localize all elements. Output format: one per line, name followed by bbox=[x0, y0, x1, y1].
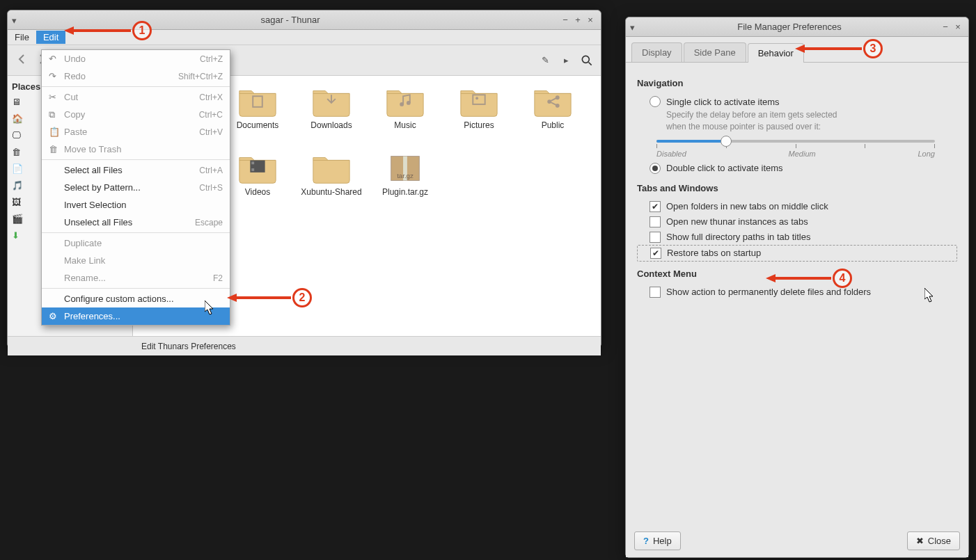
down-icon: ⬇ bbox=[12, 230, 24, 243]
menu-item-icon: ✂ bbox=[49, 92, 60, 102]
annotation-arrow-1 bbox=[64, 26, 131, 35]
annotation-4: 4 bbox=[833, 269, 852, 288]
menu-item-icon: ↷ bbox=[49, 71, 60, 81]
path-dropdown-icon[interactable]: ▸ bbox=[558, 52, 574, 69]
annotation-1: 1 bbox=[132, 21, 152, 40]
tab-display[interactable]: Display bbox=[631, 42, 682, 62]
prefs-footer: ? Help ✖ Close bbox=[626, 525, 968, 557]
folder-documents[interactable]: Documents bbox=[221, 81, 294, 148]
annotation-3: 3 bbox=[863, 39, 883, 58]
menu-item-duplicate: Duplicate bbox=[42, 234, 230, 252]
annotation-arrow-2 bbox=[227, 293, 291, 303]
svg-point-3 bbox=[400, 102, 404, 106]
help-button[interactable]: ? Help bbox=[634, 531, 681, 550]
video-icon: 🎬 bbox=[12, 214, 24, 226]
slider-thumb[interactable] bbox=[721, 136, 732, 147]
tab-sidepane[interactable]: Side Pane bbox=[684, 42, 746, 62]
svg-point-0 bbox=[582, 56, 589, 63]
svg-point-6 bbox=[475, 97, 478, 99]
menu-item-move-to-trash: 🗑Move to Trash bbox=[42, 141, 230, 158]
help-text: Specify the delay before an item gets se… bbox=[637, 109, 957, 133]
help-icon: ? bbox=[643, 536, 649, 546]
menu-item-icon: 📋 bbox=[49, 127, 60, 137]
svg-marker-19 bbox=[64, 26, 74, 35]
menu-item-preferences-[interactable]: ⚙Preferences... bbox=[42, 307, 230, 325]
svg-text:tar.gz: tar.gz bbox=[397, 172, 414, 179]
folder-public[interactable]: Public bbox=[516, 81, 590, 148]
menu-item-invert-selection[interactable]: Invert Selection bbox=[42, 196, 230, 214]
menu-item-unselect-all-files[interactable]: Unselect all FilesEscape bbox=[42, 214, 230, 231]
radio-icon bbox=[650, 96, 661, 107]
menu-item-paste: 📋PasteCtrl+V bbox=[42, 123, 230, 141]
close-button[interactable]: × bbox=[952, 22, 964, 32]
menu-edit[interactable]: Edit bbox=[36, 31, 65, 44]
annotation-2: 2 bbox=[292, 288, 312, 307]
menu-item-icon: 🗑 bbox=[49, 144, 60, 154]
music-icon: 🎵 bbox=[12, 180, 24, 193]
menu-item-redo: ↷RedoShift+Ctrl+Z bbox=[42, 67, 230, 85]
menu-item-icon: ↶ bbox=[49, 54, 60, 64]
checkbox-icon bbox=[650, 201, 661, 212]
folder-xubuntu-shared[interactable]: Xubuntu-Shared bbox=[294, 148, 368, 215]
window-menu-icon[interactable]: ▾ bbox=[12, 15, 22, 25]
checkbox-icon bbox=[650, 216, 661, 227]
menu-item-configure-custom-actions-[interactable]: Configure custom actions... bbox=[42, 290, 230, 307]
delay-slider[interactable]: Disabled Medium Long bbox=[656, 140, 935, 158]
edit-path-icon[interactable]: ✎ bbox=[537, 52, 553, 69]
status-text: Edit Thunars Preferences bbox=[141, 342, 236, 351]
window-title: sagar - Thunar bbox=[22, 15, 559, 25]
home-icon: 🏠 bbox=[12, 113, 24, 126]
section-tabs: Tabs and Windows bbox=[637, 183, 957, 193]
trash-icon: 🗑 bbox=[12, 147, 24, 159]
menu-item-cut: ✂CutCtrl+X bbox=[42, 88, 230, 106]
close-button[interactable]: × bbox=[584, 15, 597, 25]
menu-item-rename-: Rename...F2 bbox=[42, 269, 230, 287]
folder-icon: tar.gz bbox=[384, 148, 426, 186]
checkbox-icon bbox=[650, 232, 661, 243]
folder-pictures[interactable]: Pictures bbox=[442, 81, 516, 148]
radio-double-click[interactable]: Double click to activate items bbox=[637, 161, 957, 176]
menu-item-select-by-pattern-[interactable]: Select by Pattern...Ctrl+S bbox=[42, 179, 230, 196]
preferences-window: ▾ File Manager Preferences − × Display S… bbox=[625, 17, 969, 558]
menu-item-make-link: Make Link bbox=[42, 252, 230, 269]
cursor-icon bbox=[205, 301, 216, 316]
folder-videos[interactable]: Videos bbox=[221, 148, 294, 215]
svg-point-4 bbox=[407, 101, 411, 105]
minimize-button[interactable]: − bbox=[559, 15, 572, 25]
check-restore-tabs[interactable]: Restore tabs on startup bbox=[637, 245, 957, 262]
statusbar: Edit Thunars Preferences bbox=[8, 336, 601, 355]
edit-menu-dropdown: ↶UndoCtrl+Z↷RedoShift+Ctrl+Z✂CutCtrl+X⧉C… bbox=[41, 49, 230, 326]
folder-icon bbox=[458, 81, 500, 119]
doc-icon: 📄 bbox=[12, 163, 24, 176]
svg-marker-21 bbox=[227, 294, 237, 302]
back-button[interactable] bbox=[13, 51, 30, 70]
svg-marker-23 bbox=[795, 45, 805, 53]
folder-icon bbox=[237, 81, 278, 119]
cursor-icon bbox=[924, 288, 936, 303]
check-full-paths[interactable]: Show full directory paths in tab titles bbox=[637, 230, 957, 245]
checkbox-icon bbox=[650, 248, 661, 259]
prefs-content: Navigation Single click to activate item… bbox=[626, 63, 968, 525]
check-new-instances[interactable]: Open new thunar instances as tabs bbox=[637, 214, 957, 230]
check-middle-click[interactable]: Open folders in new tabs on middle click bbox=[637, 199, 957, 214]
search-icon[interactable] bbox=[578, 52, 595, 69]
window-menu-icon[interactable]: ▾ bbox=[630, 22, 640, 32]
section-navigation: Navigation bbox=[637, 78, 957, 88]
menu-item-select-all-files[interactable]: Select all FilesCtrl+A bbox=[42, 161, 230, 179]
minimize-button[interactable]: − bbox=[939, 22, 952, 32]
maximize-button[interactable]: + bbox=[572, 15, 584, 25]
desktop-icon: 🖵 bbox=[12, 130, 24, 143]
folder-plugin-tar-gz[interactable]: tar.gzPlugin.tar.gz bbox=[368, 148, 442, 215]
menu-file[interactable]: File bbox=[8, 31, 36, 44]
folder-downloads[interactable]: Downloads bbox=[294, 81, 368, 148]
pic-icon: 🖼 bbox=[12, 197, 24, 209]
folder-icon bbox=[310, 81, 352, 119]
svg-marker-25 bbox=[766, 274, 776, 282]
radio-single-click[interactable]: Single click to activate items bbox=[637, 94, 957, 109]
prefs-titlebar: ▾ File Manager Preferences − × bbox=[626, 17, 968, 37]
check-perm-delete[interactable]: Show action to permanently delete files … bbox=[637, 285, 957, 300]
menu-item-icon: ⧉ bbox=[49, 109, 60, 120]
svg-rect-14 bbox=[251, 168, 254, 171]
close-button[interactable]: ✖ Close bbox=[907, 531, 960, 550]
folder-music[interactable]: Music bbox=[368, 81, 442, 148]
